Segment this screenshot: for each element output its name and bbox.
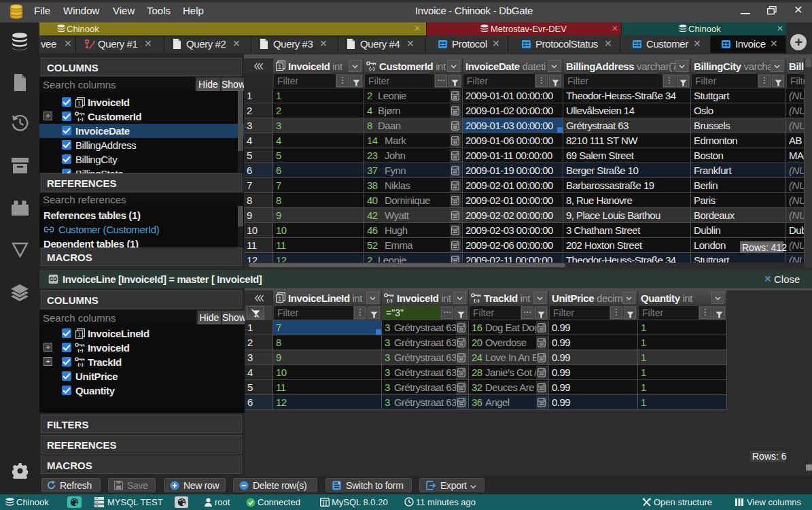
svg-text:1: 1 bbox=[278, 295, 281, 302]
svg-text:1: 1 bbox=[77, 100, 81, 107]
svg-text:1: 1 bbox=[278, 63, 281, 70]
svg-text:1: 1 bbox=[77, 331, 81, 338]
